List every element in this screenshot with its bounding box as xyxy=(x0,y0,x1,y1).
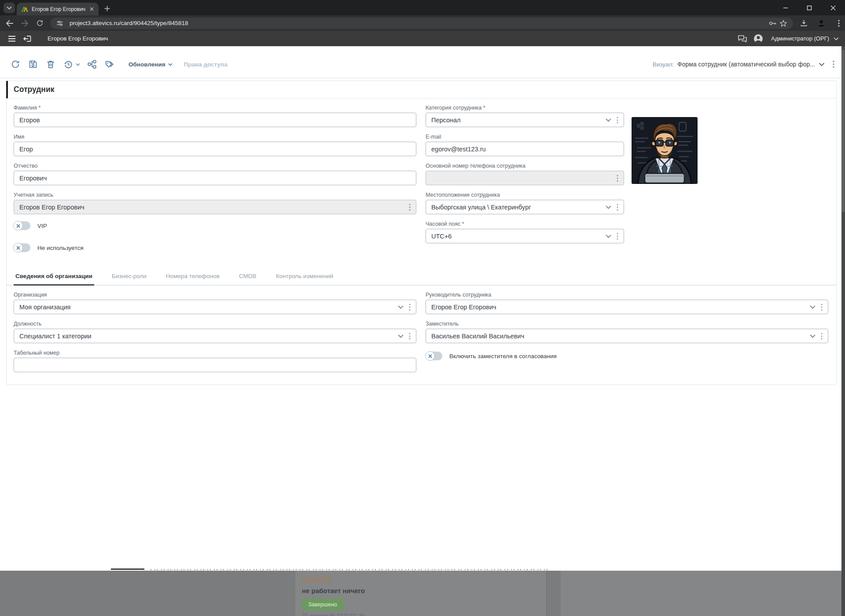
tab-business-roles[interactable]: Бизнес-роли xyxy=(110,268,148,285)
timezone-label: Часовой пояс * xyxy=(426,221,624,227)
updates-label: Обновления xyxy=(129,61,165,68)
location-select[interactable]: Выборгская улица \ Екатеринбург xyxy=(426,200,624,214)
chat-icon[interactable] xyxy=(737,33,748,44)
chevron-down-icon[interactable] xyxy=(819,62,825,66)
visual-selector[interactable]: Визуал: Форма сотрудник (автоматический … xyxy=(653,60,834,68)
include-deputy-toggle[interactable] xyxy=(426,352,442,360)
middle-name-field: Отчество xyxy=(14,163,416,185)
updates-menu[interactable]: Обновления xyxy=(129,61,173,68)
toggle-knob-x-icon xyxy=(13,221,23,231)
chevron-down-icon[interactable] xyxy=(606,118,611,122)
close-window-button[interactable] xyxy=(827,2,839,14)
scrollbar-thumb[interactable] xyxy=(842,50,845,213)
field-kebab-icon[interactable] xyxy=(617,117,618,124)
browser-profile-icon[interactable] xyxy=(815,17,827,29)
field-kebab-icon[interactable] xyxy=(409,304,411,311)
url-text[interactable]: project3.altevics.ru/card/904425/type/84… xyxy=(70,20,768,26)
tab-org-info[interactable]: Сведения об организации xyxy=(14,268,94,286)
timezone-select[interactable]: UTC+6 xyxy=(426,229,624,243)
minimize-button[interactable] xyxy=(780,2,791,14)
hierarchy-icon[interactable] xyxy=(86,59,98,70)
organization-select[interactable]: Моя организация xyxy=(14,300,416,314)
page-scrollbar[interactable] xyxy=(841,46,845,616)
employee-card-panel: Сотрудник Фамилия * Имя Отчество Учетная… xyxy=(6,81,837,385)
tags-icon[interactable] xyxy=(104,59,115,70)
manager-select[interactable]: Егоров Егор Егорович xyxy=(426,300,828,314)
menu-icon[interactable] xyxy=(6,33,18,44)
save-icon[interactable] xyxy=(27,59,39,70)
user-avatar-icon[interactable] xyxy=(753,33,764,44)
middle-name-input[interactable] xyxy=(14,171,416,185)
site-settings-icon[interactable] xyxy=(55,18,65,29)
first-name-field: Имя xyxy=(14,134,416,156)
url-bar[interactable]: project3.altevics.ru/card/904425/type/84… xyxy=(50,18,793,29)
new-tab-button[interactable] xyxy=(102,4,112,13)
employee-avatar xyxy=(632,117,698,184)
position-select[interactable]: Специалист 1 категории xyxy=(14,329,416,343)
manager-value: Егоров Егор Егорович xyxy=(431,304,806,311)
vip-toggle[interactable] xyxy=(14,221,30,230)
toolbar-kebab-icon[interactable] xyxy=(833,60,834,68)
delete-icon[interactable] xyxy=(45,59,56,70)
tab-change-control[interactable]: Контроль изменений xyxy=(274,268,335,285)
password-key-icon[interactable] xyxy=(768,18,778,29)
forward-button[interactable] xyxy=(18,17,31,29)
exit-card-icon[interactable] xyxy=(21,33,33,44)
field-kebab-icon[interactable] xyxy=(409,333,411,340)
chevron-down-icon[interactable] xyxy=(606,205,611,209)
category-value: Персонал xyxy=(431,117,602,124)
field-kebab-icon[interactable] xyxy=(617,233,618,240)
tab-phone-numbers[interactable]: Номера телефонов xyxy=(164,268,221,285)
chevron-down-icon[interactable] xyxy=(398,305,404,309)
last-name-input[interactable] xyxy=(14,113,416,127)
download-icon[interactable] xyxy=(797,17,810,29)
background-board-column: SC-000270 не работает ничего Завершено 2… xyxy=(295,571,547,616)
personnel-number-input[interactable] xyxy=(14,358,416,372)
bookmark-star-icon[interactable] xyxy=(778,18,789,29)
timezone-value: UTC+6 xyxy=(431,233,602,240)
browser-menu-kebab-icon[interactable] xyxy=(833,17,845,29)
field-kebab-icon[interactable] xyxy=(617,204,618,211)
phone-input xyxy=(426,171,624,185)
back-button[interactable] xyxy=(4,17,16,29)
chevron-down-icon[interactable] xyxy=(834,37,839,40)
history-chevron-icon[interactable] xyxy=(76,63,80,66)
tab-cmdb[interactable]: CMDB xyxy=(237,268,258,285)
chevron-down-icon[interactable] xyxy=(810,334,816,338)
deputy-select[interactable]: Васильев Василий Васильевич xyxy=(426,329,828,343)
not-used-toggle[interactable] xyxy=(14,243,30,252)
reload-button[interactable] xyxy=(33,17,46,29)
background-card-link[interactable]: SC-000270 xyxy=(302,576,332,583)
field-kebab-icon[interactable] xyxy=(821,333,823,340)
last-name-field: Фамилия * xyxy=(14,105,416,127)
visual-value: Форма сотрудник (автоматический выбор фо… xyxy=(677,61,815,68)
email-input[interactable] xyxy=(426,142,624,156)
phone-label: Основной номер телефона сотрудника xyxy=(426,163,624,169)
browser-tab[interactable]: Егоров Егор Егорович xyxy=(17,3,99,15)
header-right: Администратор (ОРГ) xyxy=(737,33,845,44)
toggle-knob-x-icon xyxy=(13,243,23,253)
field-kebab-icon[interactable] xyxy=(821,304,823,311)
tab-search-button[interactable] xyxy=(4,3,15,13)
tab-close-icon[interactable] xyxy=(88,6,95,13)
card-toolbar: Обновления Права доступа Визуал: Форма с… xyxy=(0,46,845,78)
history-icon[interactable] xyxy=(62,59,74,70)
field-kebab-icon[interactable] xyxy=(617,175,618,182)
chevron-down-icon[interactable] xyxy=(606,235,611,238)
chevron-down-icon[interactable] xyxy=(398,334,404,338)
field-kebab-icon[interactable] xyxy=(409,204,411,211)
employee-fields: Фамилия * Имя Отчество Учетная запись Ег… xyxy=(7,99,836,253)
chevron-down-icon xyxy=(168,63,173,66)
chevron-down-icon[interactable] xyxy=(810,305,816,309)
browser-navbar: project3.altevics.ru/card/904425/type/84… xyxy=(0,15,845,31)
chevron-down-icon xyxy=(7,6,12,10)
access-rights-link[interactable]: Права доступа xyxy=(184,61,228,68)
refresh-icon[interactable] xyxy=(10,59,21,70)
account-input: Егоров Егор Егорович xyxy=(14,200,416,214)
user-menu[interactable]: Администратор (ОРГ) xyxy=(771,35,829,42)
first-name-input[interactable] xyxy=(14,142,416,156)
category-select[interactable]: Персонал xyxy=(426,113,624,127)
last-name-label: Фамилия * xyxy=(14,105,416,111)
maximize-button[interactable] xyxy=(804,2,815,14)
clipped-background-text xyxy=(111,568,144,570)
